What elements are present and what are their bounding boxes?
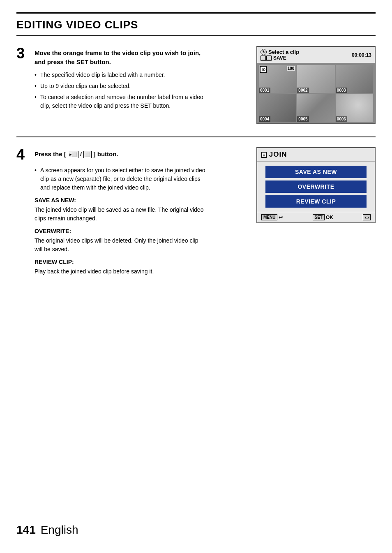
screen-header: ↻ Select a clip ⬜ ⬜ SAVE 00:00:13 xyxy=(257,47,375,63)
clip-label-0003: 0003 xyxy=(336,88,347,93)
step3-bullet-3: To cancel a selection and remove the num… xyxy=(35,93,207,110)
clip-badge: ① xyxy=(260,66,267,73)
step3-bullets: The specified video clip is labeled with… xyxy=(35,71,207,110)
page-header: EDITING VIDEO CLIPS xyxy=(16,12,376,36)
step4-left: 4 Press the [ ▶⬜ / ⬜ ] button. A screen … xyxy=(16,147,207,278)
save-box-icon-1: ⬜ xyxy=(261,56,266,61)
option-review-clip[interactable]: REVIEW CLIP xyxy=(265,195,367,208)
join-options: SAVE AS NEW OVERWRITE REVIEW CLIP xyxy=(257,162,375,212)
page-title: EDITING VIDEO CLIPS xyxy=(16,19,138,31)
save-as-new-title: SAVE AS NEW: xyxy=(35,196,207,205)
ok-button[interactable]: SET OK xyxy=(313,214,333,220)
page-footer: 141 English xyxy=(16,523,78,537)
option-overwrite[interactable]: OVERWRITE xyxy=(265,180,367,193)
ok-label: OK xyxy=(326,215,333,220)
screen-header-left: ↻ Select a clip ⬜ ⬜ SAVE xyxy=(261,49,299,61)
circle-arrow-icon: ↻ xyxy=(261,49,267,55)
timestamp: 00:00:13 xyxy=(352,52,371,58)
clip-label-0004: 0004 xyxy=(259,116,270,122)
select-clip-label: ↻ Select a clip xyxy=(261,49,299,55)
join-screen: ⊞ JOIN SAVE AS NEW OVERWRITE REVIEW CLIP… xyxy=(256,147,376,223)
step3-right: ↻ Select a clip ⬜ ⬜ SAVE 00:00:13 100 xyxy=(219,46,376,124)
join-icon: ⊞ xyxy=(261,152,267,158)
extra-btn-box: ▭ xyxy=(363,214,371,220)
video-btn-icon: ▶⬜ xyxy=(68,151,78,159)
clip-grid: 100 ① 0001 0002 0003 0004 0005 0006 xyxy=(257,63,375,123)
join-title: JOIN xyxy=(269,150,287,159)
save-box-icon-2: ⬜ xyxy=(266,56,272,61)
set-btn-box: SET xyxy=(313,214,325,220)
save-text: SAVE xyxy=(273,55,286,61)
step4-right: ⊞ JOIN SAVE AS NEW OVERWRITE REVIEW CLIP… xyxy=(219,147,376,278)
option-save-as-new[interactable]: SAVE AS NEW xyxy=(265,166,367,178)
menu-back-icon: ↩ xyxy=(279,215,283,220)
clip-0004[interactable]: 0004 xyxy=(259,94,296,122)
save-label: ⬜ ⬜ SAVE xyxy=(261,55,299,61)
step3-left: 3 Move the orange frame to the video cli… xyxy=(16,46,207,124)
step3-section: 3 Move the orange frame to the video cli… xyxy=(16,46,376,124)
step3-header: 3 Move the orange frame to the video cli… xyxy=(16,46,207,67)
clip-label-0006: 0006 xyxy=(336,116,347,122)
step3-number: 3 xyxy=(16,46,28,61)
step4-bullet: A screen appears for you to select eithe… xyxy=(35,166,207,192)
clip-0006[interactable]: 0006 xyxy=(336,94,373,122)
step3-bullet-1: The specified video clip is labeled with… xyxy=(35,71,207,79)
step3-instruction: Move the orange frame to the video clip … xyxy=(35,46,207,67)
photo-btn-icon: ⬜ xyxy=(83,151,92,159)
review-clip-title: REVIEW CLIP: xyxy=(35,258,207,266)
section-divider xyxy=(16,137,376,137)
step4-number: 4 xyxy=(16,147,28,162)
clip-label-0005: 0005 xyxy=(297,116,309,122)
page-number: 141 xyxy=(16,523,36,536)
save-as-new-body: The joined video clip will be saved as a… xyxy=(35,206,207,223)
step3-bullet-2: Up to 9 video clips can be selected. xyxy=(35,82,207,90)
clip-label-0002: 0002 xyxy=(297,88,309,93)
save-dual-icon: ⬜ ⬜ xyxy=(261,56,272,61)
select-clip-screen: ↻ Select a clip ⬜ ⬜ SAVE 00:00:13 100 xyxy=(256,46,376,124)
clip-count: 100 xyxy=(287,66,295,71)
select-clip-text: Select a clip xyxy=(268,49,299,55)
clip-0001[interactable]: 100 ① 0001 xyxy=(259,65,296,93)
join-header: ⊞ JOIN xyxy=(257,148,375,162)
menu-button[interactable]: MENU ↩ xyxy=(261,214,283,220)
join-footer: MENU ↩ SET OK ▭ xyxy=(257,212,375,222)
menu-btn-box: MENU xyxy=(261,214,277,220)
extra-button[interactable]: ▭ xyxy=(363,214,371,220)
clip-0002[interactable]: 0002 xyxy=(297,65,334,93)
step4-instruction: Press the [ ▶⬜ / ⬜ ] button. xyxy=(35,147,118,159)
overwrite-title: OVERWRITE: xyxy=(35,227,207,236)
page-language: English xyxy=(37,523,78,536)
overwrite-body: The original video clips will be deleted… xyxy=(35,236,207,254)
clip-label-0001: 0001 xyxy=(259,88,270,93)
review-clip-body: Play back the joined video clip before s… xyxy=(35,267,207,276)
clip-0005[interactable]: 0005 xyxy=(297,94,334,122)
step4-header: 4 Press the [ ▶⬜ / ⬜ ] button. xyxy=(16,147,207,162)
clip-0003[interactable]: 0003 xyxy=(336,65,373,93)
step4-content: A screen appears for you to select eithe… xyxy=(35,166,207,276)
step4-section: 4 Press the [ ▶⬜ / ⬜ ] button. A screen … xyxy=(16,147,376,278)
